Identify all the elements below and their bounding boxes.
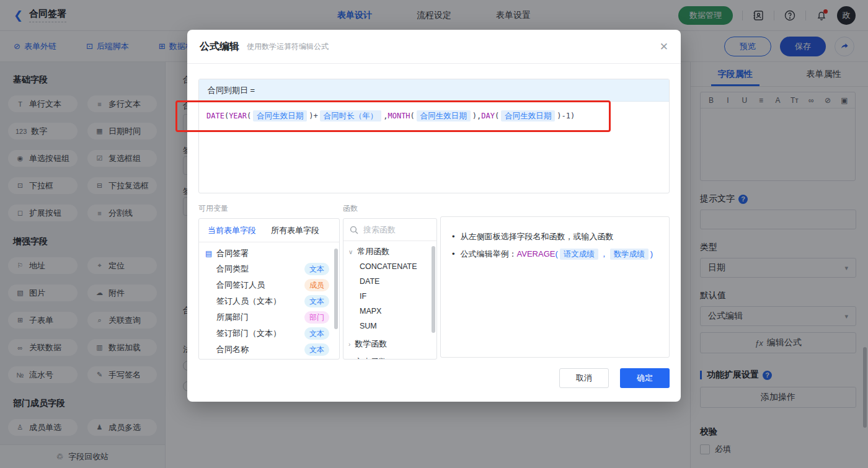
- hints-panel: • 从左侧面板选择字段名和函数，或输入函数 • 公式编辑举例：AVERAGE(语…: [440, 216, 670, 358]
- formula-target-field: 合同到期日 =: [199, 79, 669, 102]
- variable-name: 合同名称: [216, 344, 249, 355]
- variable-type-badge: 文本: [304, 343, 329, 356]
- function-group-common[interactable]: ∨ 常用函数: [343, 241, 436, 259]
- hint-line-2: • 公式编辑举例：AVERAGE(语文成绩，数学成绩): [452, 248, 658, 260]
- formula-editor-modal: 公式编辑 使用数学运算符编辑公式 ✕ 合同到期日 = DATE(YEAR(合同生…: [187, 30, 681, 402]
- example-segment: (: [555, 249, 557, 258]
- function-item[interactable]: DATE: [343, 274, 436, 289]
- hint-example: 公式编辑举例：AVERAGE(语文成绩，数学成绩): [461, 248, 653, 260]
- close-icon[interactable]: ✕: [660, 40, 668, 53]
- functions-scrollbar[interactable]: [432, 246, 435, 333]
- example-segment: 语文成绩: [560, 249, 598, 260]
- variable-type-badge: 文本: [304, 327, 329, 340]
- variable-row[interactable]: 合同签订人员 成员: [199, 277, 339, 293]
- function-item[interactable]: MAPX: [343, 304, 436, 319]
- document-icon: ▤: [205, 249, 212, 258]
- form-tree-root-label: 合同签署: [216, 248, 249, 259]
- function-search-input[interactable]: [363, 225, 425, 234]
- confirm-button[interactable]: 确定: [620, 368, 670, 388]
- functions-panel: ∨ 常用函数 CONCATENATEDATEIFMAPXSUM › 数学函数 ›…: [343, 218, 437, 360]
- modal-subtitle: 使用数学运算符编辑公式: [247, 42, 329, 52]
- variable-name: 签订人员（文本）: [216, 296, 281, 307]
- variables-label: 可用变量: [198, 203, 340, 214]
- variable-type-badge: 文本: [304, 295, 329, 307]
- bullet-icon: •: [452, 231, 455, 243]
- caret-down-icon: ∨: [348, 249, 353, 255]
- hints-spacer: [440, 203, 670, 212]
- function-group-math[interactable]: › 数学函数: [343, 333, 436, 351]
- variable-name: 所属部门: [216, 312, 249, 323]
- variables-scrollbar[interactable]: [334, 249, 338, 329]
- function-list: CONCATENATEDATEIFMAPXSUM: [343, 259, 436, 333]
- search-icon: [350, 226, 358, 234]
- variables-tree: 合同类型 文本 合同签订人员 成员 签订人员（文本） 文本: [199, 261, 339, 358]
- form-tree-root[interactable]: ▤ 合同签署: [199, 242, 339, 261]
- annotation-rectangle: [175, 100, 611, 132]
- caret-right-icon: ›: [348, 359, 350, 360]
- variable-row[interactable]: 合同类型 文本: [199, 261, 339, 277]
- variable-name: 合同类型: [216, 263, 249, 275]
- variables-panel: 当前表单字段所有表单字段 ▤ 合同签署 合同类型 文本 合同签订人员: [198, 218, 340, 360]
- variable-type-badge: 文本: [304, 263, 329, 275]
- modal-header: 公式编辑 使用数学运算符编辑公式 ✕: [187, 30, 681, 64]
- variables-tabs: 当前表单字段所有表单字段: [199, 219, 339, 242]
- function-item[interactable]: CONCATENATE: [343, 259, 436, 274]
- hint-line-1: • 从左侧面板选择字段名和函数，或输入函数: [452, 231, 658, 243]
- function-search: [343, 219, 436, 241]
- variable-type-badge: 部门: [304, 311, 329, 324]
- function-item[interactable]: IF: [343, 289, 436, 304]
- cancel-button[interactable]: 取消: [559, 368, 609, 388]
- example-segment: ，: [600, 249, 608, 258]
- function-group-text[interactable]: › 文本函数: [343, 351, 436, 360]
- variable-row[interactable]: 所属部门 部门: [199, 309, 339, 325]
- modal-footer: 取消 确定: [559, 368, 670, 388]
- variables-tab[interactable]: 所有表单字段: [262, 225, 326, 236]
- example-segment: 数学成绩: [610, 249, 649, 260]
- variable-row[interactable]: 签订人员（文本） 文本: [199, 293, 339, 309]
- functions-label: 函数: [343, 203, 437, 214]
- variable-type-badge: 成员: [304, 279, 329, 291]
- variable-row[interactable]: 合同名称 文本: [199, 342, 339, 358]
- variable-row[interactable]: 签订部门（文本） 文本: [199, 325, 339, 342]
- formula-editor-box: 合同到期日 = DATE(YEAR(合同生效日期)+合同时长（年）,MONTH(…: [198, 79, 670, 193]
- function-item[interactable]: SUM: [343, 319, 436, 333]
- variables-tab[interactable]: 当前表单字段: [199, 225, 262, 236]
- modal-title: 公式编辑: [200, 40, 239, 53]
- variable-name: 签订部门（文本）: [216, 328, 281, 339]
- variable-name: 合同签订人员: [216, 280, 265, 291]
- caret-right-icon: ›: [348, 341, 350, 348]
- example-segment: ): [650, 249, 653, 258]
- bullet-icon: •: [452, 248, 455, 260]
- example-segment: AVERAGE: [517, 249, 556, 258]
